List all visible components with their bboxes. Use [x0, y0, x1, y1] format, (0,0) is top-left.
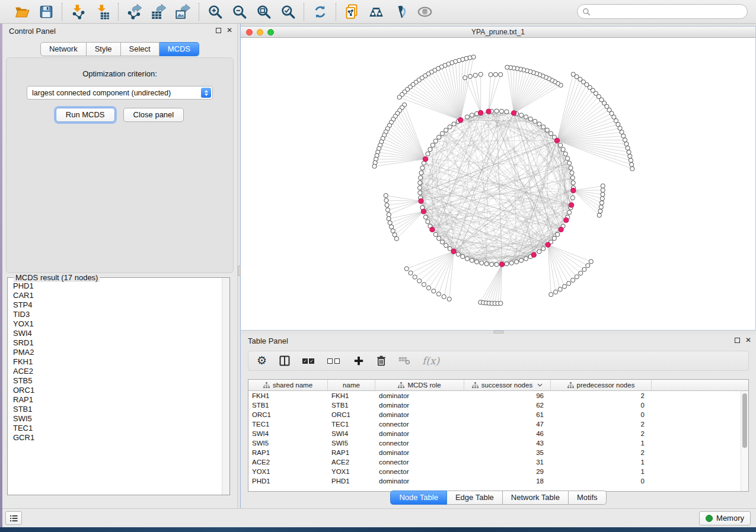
- mcds-result-item[interactable]: ORC1: [13, 386, 221, 395]
- mcds-result-item[interactable]: YOX1: [13, 319, 221, 329]
- network-graph[interactable]: [241, 38, 755, 330]
- mcds-result-item[interactable]: GCR1: [13, 433, 221, 443]
- close-panel-icon[interactable]: ✕: [227, 28, 232, 33]
- mcds-result-item[interactable]: SRD1: [13, 338, 221, 348]
- table-cell: 1: [551, 467, 652, 476]
- show-style-icon[interactable]: [393, 4, 409, 20]
- mcds-result-item[interactable]: PHD1: [13, 281, 221, 291]
- select-all-rows-icon[interactable]: ✓✓: [302, 354, 315, 368]
- import-network-icon[interactable]: [70, 4, 86, 20]
- search-input[interactable]: [594, 8, 742, 16]
- mcds-result-item[interactable]: SWI4: [13, 329, 221, 338]
- table-row[interactable]: SWI5SWI5connector431: [248, 438, 741, 448]
- zoom-out-icon[interactable]: [231, 4, 247, 20]
- column-header-predecessor-nodes[interactable]: predecessor nodes: [551, 380, 652, 390]
- table-row[interactable]: YOX1YOX1connector291: [248, 467, 741, 476]
- table-cell: FKH1: [248, 391, 328, 400]
- export-network-icon[interactable]: [126, 4, 142, 20]
- open-session-icon[interactable]: [14, 4, 30, 20]
- graphics-details-icon[interactable]: [417, 4, 433, 20]
- zoom-in-icon[interactable]: [207, 4, 223, 20]
- export-image-icon[interactable]: [175, 4, 191, 20]
- table-row[interactable]: TEC1TEC1connector472: [248, 419, 741, 429]
- import-table-icon[interactable]: [94, 4, 110, 20]
- table-row[interactable]: SWI4SWI4dominator462: [248, 429, 741, 438]
- node-table: shared name name MCDS role successor nod…: [248, 379, 749, 492]
- mcds-result-item[interactable]: STP4: [13, 300, 221, 310]
- mcds-result-item[interactable]: RAP1: [13, 395, 221, 405]
- tab-mcds[interactable]: MCDS: [160, 42, 199, 56]
- network-window-titlebar[interactable]: YPA_prune.txt_1: [241, 27, 755, 38]
- mcds-result-item[interactable]: ACE2: [13, 367, 221, 376]
- table-row[interactable]: STB1STB1dominator620: [248, 400, 741, 410]
- apply-layout-icon[interactable]: [312, 4, 328, 20]
- splitter-grip[interactable]: [493, 331, 504, 334]
- column-header-mcds-role[interactable]: MCDS role: [375, 380, 464, 390]
- tab-network[interactable]: Network: [40, 42, 87, 56]
- table-cell: 46: [464, 429, 551, 438]
- float-table-panel-icon[interactable]: [735, 338, 740, 343]
- table-cell: TEC1: [328, 419, 375, 429]
- table-row[interactable]: FKH1FKH1dominator962: [248, 391, 741, 400]
- add-column-icon[interactable]: [353, 354, 364, 368]
- column-header-successor-nodes[interactable]: successor nodes: [464, 380, 551, 390]
- deselect-all-rows-icon[interactable]: [327, 354, 342, 368]
- column-header-shared-name[interactable]: shared name: [248, 380, 328, 390]
- table-cell-filler: [652, 400, 741, 410]
- window-zoom-light[interactable]: [267, 29, 274, 36]
- task-history-button[interactable]: [5, 511, 22, 525]
- table-scrollbar[interactable]: [741, 391, 748, 491]
- tab-edge-table[interactable]: Edge Table: [447, 491, 503, 505]
- table-cell: RAP1: [248, 448, 328, 457]
- tab-node-table[interactable]: Node Table: [390, 491, 447, 505]
- table-settings-gear-icon[interactable]: ⚙: [257, 354, 267, 368]
- zoom-fit-content-icon[interactable]: [256, 4, 272, 20]
- table-cell: 1: [551, 457, 652, 467]
- run-mcds-button[interactable]: Run MCDS: [56, 108, 115, 122]
- tab-motifs[interactable]: Motifs: [569, 491, 607, 505]
- float-panel-icon[interactable]: [216, 28, 221, 33]
- table-cell: STB1: [248, 400, 328, 410]
- close-table-panel-icon[interactable]: ✕: [745, 338, 751, 343]
- mcds-result-item[interactable]: SWI5: [13, 414, 221, 424]
- table-toolbar: ⚙ ✓✓ f(x): [248, 351, 749, 371]
- zoom-selected-icon[interactable]: [280, 4, 296, 20]
- close-panel-button[interactable]: Close panel: [123, 108, 184, 122]
- mcds-result-item[interactable]: CAR1: [13, 291, 221, 300]
- tab-style[interactable]: Style: [87, 42, 121, 56]
- tab-network-table[interactable]: Network Table: [503, 491, 569, 505]
- mcds-result-item[interactable]: STB5: [13, 376, 221, 386]
- mcds-result-item[interactable]: PMA2: [13, 348, 221, 357]
- table-row[interactable]: ORC1ORC1dominator610: [248, 410, 741, 419]
- table-row[interactable]: RAP1RAP1dominator352: [248, 448, 741, 457]
- table-cell-filler: [652, 457, 741, 467]
- optimization-criterion-select[interactable]: largest connected component (undirected): [27, 86, 213, 100]
- memory-button[interactable]: Memory: [699, 511, 751, 525]
- mcds-result-item[interactable]: STB1: [13, 405, 221, 414]
- table-cell: 2: [551, 448, 652, 457]
- tab-select[interactable]: Select: [121, 42, 160, 56]
- table-scrollbar-thumb[interactable]: [742, 393, 747, 448]
- show-columns-icon[interactable]: [279, 354, 291, 368]
- table-row[interactable]: ACE2ACE2connector311: [248, 457, 741, 467]
- table-cell: 61: [464, 410, 551, 419]
- window-close-light[interactable]: [246, 29, 253, 36]
- export-table-icon[interactable]: [151, 4, 167, 20]
- optimization-criterion-label: Optimization criterion:: [7, 69, 233, 78]
- new-network-from-selection-icon[interactable]: [344, 4, 360, 20]
- mcds-result-item[interactable]: FKH1: [13, 357, 221, 367]
- mcds-result-list[interactable]: PHD1CAR1STP4TID3YOX1SWI4SRD1PMA2FKH1ACE2…: [8, 281, 221, 494]
- table-cell: 62: [464, 400, 551, 410]
- table-cell: ORC1: [328, 410, 375, 419]
- column-header-name[interactable]: name: [328, 380, 375, 390]
- mcds-result-item[interactable]: TEC1: [13, 424, 221, 433]
- search-box[interactable]: [577, 4, 748, 19]
- save-session-icon[interactable]: [38, 4, 54, 20]
- table-row[interactable]: PHD1PHD1dominator180: [248, 476, 741, 486]
- window-minimize-light[interactable]: [257, 29, 263, 36]
- first-neighbors-icon[interactable]: [368, 4, 384, 20]
- mcds-result-item[interactable]: TID3: [13, 310, 221, 319]
- network-canvas[interactable]: [241, 38, 755, 330]
- mcds-list-scrollbar[interactable]: [222, 278, 229, 495]
- delete-column-icon[interactable]: [376, 354, 387, 368]
